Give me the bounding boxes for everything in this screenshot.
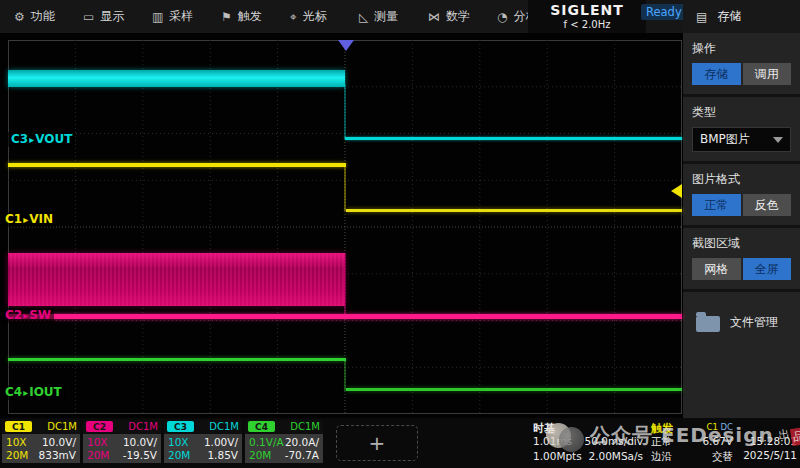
bandwidth-limit: 20M — [6, 449, 39, 461]
waveform-c2-switching-band — [8, 253, 345, 306]
clock-date: 2025/5/11 — [735, 448, 797, 462]
save-button[interactable]: 存储 — [692, 63, 741, 85]
vertical-offset: 1.85V — [204, 449, 238, 461]
vertical-offset: 833mV — [39, 449, 76, 461]
channel-info-c3[interactable]: C3 DC1M 10X 1.00V/ 20M 1.85V — [164, 420, 242, 463]
menu-item-function[interactable]: ⚙ 功能 — [14, 8, 70, 25]
menu-item-acquire[interactable]: ▥ 采样 — [152, 8, 208, 25]
trigger-label: 触发 — [651, 421, 673, 436]
waveform-c3-high-segment — [8, 70, 345, 87]
menu-label: 数学 — [446, 8, 470, 25]
acquisition-status-badge: Ready — [641, 4, 687, 20]
type-label: 类型 — [692, 104, 791, 121]
analysis-icon: ◔ — [497, 10, 507, 24]
file-type-value: BMP图片 — [700, 131, 750, 148]
memory-depth: 1.00Mpts — [533, 450, 585, 462]
channel-marker-arrow-icon: ▸ — [23, 308, 28, 323]
file-manager-label: 文件管理 — [730, 314, 778, 331]
menu-item-cursor[interactable]: ⌖ 光标 — [290, 8, 346, 25]
vertical-offset: -19.5V — [123, 449, 157, 461]
trigger-mode: 正常 — [651, 435, 702, 447]
recall-button[interactable]: 调用 — [743, 63, 792, 85]
trigger-frequency: f < 2.0Hz — [564, 18, 611, 31]
oscilloscope-screen: ⚙ 功能 ▭ 显示 ▥ 采样 ⚑ 触发 ⌖ 光标 ◺ 测量 ⋈ 数学 ◔ 分析 — [0, 0, 800, 468]
vertical-scale: 20.0A/ — [285, 436, 319, 448]
channel-name: IOUT — [29, 385, 62, 400]
format-invert-button[interactable]: 反色 — [743, 194, 792, 216]
vertical-scale: 10.0V/ — [123, 436, 157, 448]
region-grid-button[interactable]: 网格 — [692, 258, 741, 280]
bandwidth-limit: 20M — [87, 449, 123, 461]
trigger-level-marker-icon[interactable] — [671, 184, 682, 198]
channel-marker-arrow-icon: ▸ — [23, 385, 28, 400]
menu-label: 采样 — [169, 8, 193, 25]
probe-attenuation: 0.1V/A — [249, 436, 285, 448]
trigger-alternate: 交替 — [702, 450, 733, 462]
storage-icon: ▤ — [696, 10, 707, 24]
add-measurement-button[interactable]: + — [336, 425, 418, 461]
menu-label: 光标 — [303, 8, 327, 25]
capture-region-label: 截图区域 — [692, 235, 791, 252]
waveform-c1-falling-edge — [344, 166, 346, 211]
acquire-icon: ▥ — [152, 10, 163, 24]
coupling-value: DC1M — [209, 421, 239, 432]
channel-info-c2[interactable]: C2 DC1M 10X 10.0V/ 20M -19.5V — [83, 420, 161, 463]
menu-item-trigger[interactable]: ⚑ 触发 — [221, 8, 277, 25]
bottom-status-bar: C1 DC1M 10X 10.0V/ 20M 833mV C2 DC1M 10X… — [0, 418, 800, 468]
file-type-dropdown[interactable]: BMP图片 — [692, 127, 791, 152]
channel-id: C2 — [5, 308, 22, 323]
trigger-level-value: 6.67V — [702, 435, 733, 447]
channel-label-c1[interactable]: C1▸VIN — [2, 212, 56, 227]
top-menu-bar: ⚙ 功能 ▭ 显示 ▥ 采样 ⚑ 触发 ⌖ 光标 ◺ 测量 ⋈ 数学 ◔ 分析 — [0, 0, 683, 33]
trigger-type: 边沿 — [651, 450, 702, 462]
channel-badge: C2 — [86, 421, 113, 432]
channel-info-c4[interactable]: C4 DC1M 0.1V/A 20.0A/ 20M -70.7A — [245, 420, 323, 463]
channel-id: C4 — [5, 385, 22, 400]
storage-panel-title: 存储 — [717, 8, 741, 25]
probe-attenuation: 10X — [87, 436, 123, 448]
channel-id: C3 — [11, 132, 28, 147]
timebase-info[interactable]: 时基 1.01ms 50.0ms/div 1.00Mpts 2.00MSa/s — [531, 420, 645, 464]
folder-icon — [696, 316, 720, 332]
coupling-value: DC1M — [290, 421, 320, 432]
brand-logo-area: SIGLENT f < 2.0Hz — [528, 0, 646, 33]
vertical-scale: 10.0V/ — [39, 436, 76, 448]
waveform-c2-baseline — [8, 314, 682, 319]
section-image-format: 图片格式 正常 反色 — [683, 161, 800, 225]
waveform-c4-low-segment — [346, 388, 682, 391]
channel-info-c1[interactable]: C1 DC1M 10X 10.0V/ 20M 833mV — [2, 420, 80, 463]
bandwidth-limit: 20M — [168, 449, 204, 461]
trigger-position-marker-icon[interactable] — [338, 40, 354, 51]
section-file-manager: 文件管理 — [683, 289, 800, 354]
menu-item-math[interactable]: ⋈ 数学 — [428, 8, 484, 25]
menu-item-display[interactable]: ▭ 显示 — [83, 8, 139, 25]
region-fullscreen-button[interactable]: 全屏 — [743, 258, 792, 280]
chevron-down-icon — [773, 137, 783, 143]
cursor-icon: ⌖ — [290, 10, 297, 24]
menu-label: 功能 — [31, 8, 55, 25]
channel-label-c2[interactable]: C2▸SW — [2, 308, 54, 323]
waveform-c1-low-segment — [346, 209, 682, 212]
trigger-info[interactable]: 触发 C1 DC 正常 6.67V 边沿 交替 — [649, 420, 735, 464]
section-operation: 操作 存储 调用 — [683, 33, 800, 94]
channel-id: C1 — [5, 212, 22, 227]
channel-label-c4[interactable]: C4▸IOUT — [2, 385, 65, 400]
brand-logo: SIGLENT — [550, 3, 624, 18]
channel-badge: C4 — [248, 421, 275, 432]
menu-label: 测量 — [374, 8, 398, 25]
waveform-c3-low-segment — [345, 137, 682, 140]
image-format-label: 图片格式 — [692, 171, 791, 188]
menu-item-measure[interactable]: ◺ 测量 — [359, 8, 415, 25]
clock-time: 15:28:01 — [735, 434, 797, 448]
format-normal-button[interactable]: 正常 — [692, 194, 741, 216]
operation-label: 操作 — [692, 40, 791, 57]
timebase-label: 时基 — [533, 421, 555, 436]
channel-label-c3[interactable]: C3▸VOUT — [8, 132, 75, 147]
channel-marker-arrow-icon: ▸ — [29, 132, 34, 147]
section-type: 类型 BMP图片 — [683, 94, 800, 161]
datetime-display: 15:28:01 2025/5/11 — [735, 434, 797, 462]
file-manager-button[interactable]: 文件管理 — [692, 299, 791, 345]
channel-name: SW — [29, 308, 51, 323]
probe-attenuation: 10X — [168, 436, 204, 448]
display-icon: ▭ — [83, 10, 94, 24]
